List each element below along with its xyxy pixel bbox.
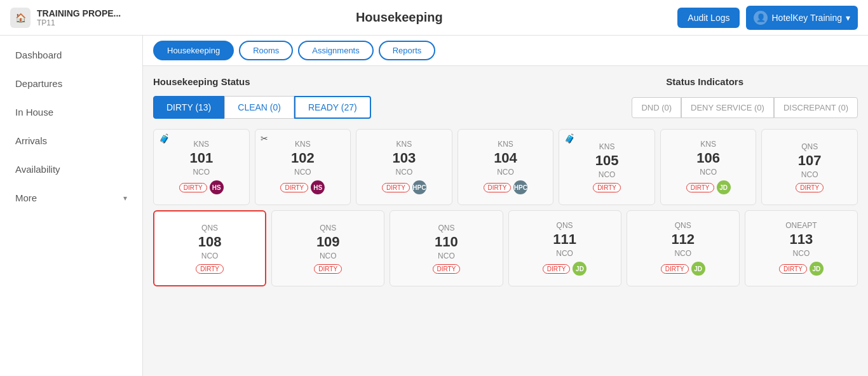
tabs-strip: Housekeeping Rooms Assignments Reports bbox=[143, 36, 868, 66]
luggage-icon: 🧳 bbox=[564, 133, 575, 144]
main-content: Housekeeping Rooms Assignments Reports H… bbox=[143, 36, 868, 376]
room-badges-101: DIRTY HS bbox=[179, 180, 224, 194]
room-card-106[interactable]: KNS 106 NCO DIRTY JD bbox=[660, 129, 757, 205]
room-badges-104: DIRTY HPC bbox=[484, 180, 528, 194]
indicator-discrepant-button[interactable]: DISCREPANT (0) bbox=[774, 97, 858, 118]
avatar-hpc: HPC bbox=[513, 180, 527, 194]
room-card-110[interactable]: QNS 110 NCO DIRTY bbox=[390, 210, 503, 286]
user-label: HotelKey Training bbox=[771, 13, 842, 23]
sidebar-item-inhouse[interactable]: In House bbox=[0, 98, 142, 126]
avatar-jd: JD bbox=[717, 180, 731, 194]
dirty-badge: DIRTY bbox=[661, 264, 689, 274]
housekeeping-status-label: Housekeeping Status bbox=[153, 76, 250, 87]
header-left: 🏠 TRAINING PROPE... TP11 bbox=[10, 8, 121, 28]
user-menu-button[interactable]: 👤 HotelKey Training ▾ bbox=[746, 6, 858, 30]
room-badges-109: DIRTY bbox=[314, 264, 342, 274]
room-badges-102: DIRTY HS bbox=[280, 180, 325, 194]
room-badges-108: DIRTY bbox=[196, 264, 224, 274]
room-card-105[interactable]: 🧳 KNS 105 NCO DIRTY bbox=[559, 129, 655, 205]
dirty-badge: DIRTY bbox=[543, 264, 571, 274]
room-card-102[interactable]: ✂ KNS 102 NCO DIRTY HS bbox=[255, 129, 351, 205]
sidebar-item-more[interactable]: More ▾ bbox=[0, 184, 142, 212]
room-card-112[interactable]: QNS 112 NCO DIRTY JD bbox=[627, 210, 740, 286]
room-badges-106: DIRTY JD bbox=[686, 180, 731, 194]
room-card-109[interactable]: QNS 109 NCO DIRTY bbox=[271, 210, 384, 286]
property-logo: 🏠 bbox=[10, 8, 31, 28]
sidebar-item-dashboard[interactable]: Dashboard bbox=[0, 41, 142, 69]
property-info: TRAINING PROPE... TP11 bbox=[37, 8, 121, 27]
dirty-badge: DIRTY bbox=[433, 264, 461, 274]
room-badges-110: DIRTY bbox=[433, 264, 461, 274]
room-badges-107: DIRTY bbox=[796, 183, 824, 192]
room-badges-103: DIRTY HPC bbox=[382, 180, 426, 194]
room-card-113[interactable]: ONEAPT 113 NCO DIRTY JD bbox=[745, 210, 858, 286]
property-id: TP11 bbox=[37, 18, 121, 27]
app-layout: Dashboard Departures In House Arrivals A… bbox=[0, 36, 868, 376]
indicator-dnd-button[interactable]: DND (0) bbox=[632, 97, 681, 118]
user-avatar-icon: 👤 bbox=[754, 11, 768, 25]
dirty-badge: DIRTY bbox=[686, 183, 714, 192]
avatar-hs: HS bbox=[311, 180, 325, 194]
sidebar-item-departures[interactable]: Departures bbox=[0, 69, 142, 98]
avatar-hs: HS bbox=[210, 180, 224, 194]
sections-header-row: Housekeeping Status Status Indicators bbox=[153, 76, 858, 87]
sidebar-item-label: Dashboard bbox=[15, 50, 62, 60]
content-area: Housekeeping Status Status Indicators DI… bbox=[143, 66, 868, 297]
sidebar-item-arrivals[interactable]: Arrivals bbox=[0, 126, 142, 155]
luggage-icon: 🧳 bbox=[159, 133, 170, 144]
room-badges-112: DIRTY JD bbox=[661, 262, 705, 276]
sidebar-item-label: Arrivals bbox=[15, 135, 47, 146]
filter-ready-button[interactable]: READY (27) bbox=[294, 96, 371, 119]
header-right: Audit Logs 👤 HotelKey Training ▾ bbox=[677, 6, 858, 30]
dirty-badge: DIRTY bbox=[280, 183, 308, 192]
tab-3[interactable]: Assignments bbox=[298, 41, 373, 60]
property-name: TRAINING PROPE... bbox=[37, 8, 121, 18]
rooms-grid-row2: QNS 108 NCO DIRTY QNS 109 NCO DIRTY bbox=[153, 210, 858, 286]
room-badges-113: DIRTY JD bbox=[779, 262, 824, 276]
scissors-icon: ✂ bbox=[261, 133, 268, 144]
room-card-108[interactable]: QNS 108 NCO DIRTY bbox=[153, 210, 266, 286]
sidebar-item-availability[interactable]: Availability bbox=[0, 155, 142, 184]
sidebar-item-label: More bbox=[15, 192, 37, 203]
dirty-badge: DIRTY bbox=[179, 183, 207, 192]
room-card-107[interactable]: QNS 107 NCO DIRTY bbox=[761, 129, 858, 205]
status-indicators-label: Status Indicators bbox=[666, 76, 743, 87]
dirty-badge: DIRTY bbox=[484, 183, 512, 192]
tab-4[interactable]: Reports bbox=[379, 41, 436, 60]
room-card-111[interactable]: QNS 111 NCO DIRTY JD bbox=[508, 210, 621, 286]
avatar-jd: JD bbox=[691, 262, 705, 276]
rooms-grid-row1: 🧳 KNS 101 NCO DIRTY HS ✂ KNS 102 NCO bbox=[153, 129, 858, 205]
room-badges-111: DIRTY JD bbox=[543, 262, 587, 276]
dirty-badge: DIRTY bbox=[314, 264, 342, 274]
dirty-badge: DIRTY bbox=[779, 264, 807, 274]
audit-logs-button[interactable]: Audit Logs bbox=[677, 8, 740, 28]
dirty-badge: DIRTY bbox=[593, 183, 621, 192]
page-title: Housekeeping bbox=[356, 10, 443, 25]
tab-housekeeping[interactable]: Housekeeping bbox=[153, 41, 234, 60]
indicator-buttons: DND (0) DENY SERVICE (0) DISCREPANT (0) bbox=[632, 97, 858, 118]
room-card-101[interactable]: 🧳 KNS 101 NCO DIRTY HS bbox=[153, 129, 250, 205]
chevron-down-icon: ▾ bbox=[846, 13, 850, 23]
filter-dirty-button[interactable]: DIRTY (13) bbox=[153, 96, 224, 119]
chevron-down-icon: ▾ bbox=[123, 194, 127, 203]
avatar-jd: JD bbox=[810, 262, 824, 276]
room-card-103[interactable]: KNS 103 NCO DIRTY HPC bbox=[356, 129, 452, 205]
filter-clean-button[interactable]: CLEAN (0) bbox=[224, 96, 294, 119]
dirty-badge: DIRTY bbox=[796, 183, 824, 192]
dirty-badge: DIRTY bbox=[382, 183, 410, 192]
avatar-jd: JD bbox=[573, 262, 587, 276]
dirty-badge: DIRTY bbox=[196, 264, 224, 274]
filter-buttons: DIRTY (13) CLEAN (0) READY (27) bbox=[153, 96, 371, 119]
indicator-deny-button[interactable]: DENY SERVICE (0) bbox=[681, 97, 774, 118]
sidebar-item-label: Departures bbox=[15, 78, 62, 89]
sidebar: Dashboard Departures In House Arrivals A… bbox=[0, 36, 143, 376]
header: 🏠 TRAINING PROPE... TP11 Housekeeping Au… bbox=[0, 0, 868, 36]
tab-2[interactable]: Rooms bbox=[239, 41, 293, 60]
filter-indicators-row: DIRTY (13) CLEAN (0) READY (27) DND (0) … bbox=[153, 96, 858, 119]
avatar-hpc: HPC bbox=[412, 180, 426, 194]
room-badges-105: DIRTY bbox=[593, 183, 621, 192]
sidebar-item-label: Availability bbox=[15, 164, 60, 175]
room-card-104[interactable]: KNS 104 NCO DIRTY HPC bbox=[458, 129, 554, 205]
sidebar-item-label: In House bbox=[15, 107, 53, 117]
